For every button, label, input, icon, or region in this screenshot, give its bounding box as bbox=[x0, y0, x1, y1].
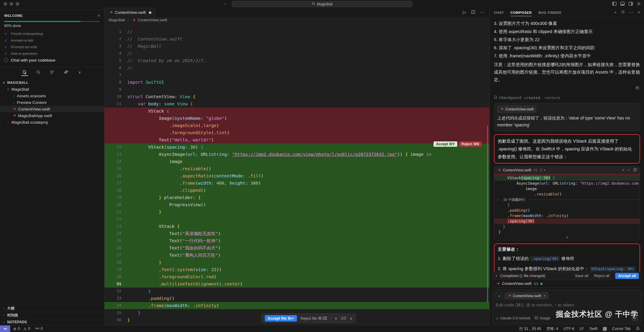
model-selector[interactable]: ∨ claude-3.5-sonnet bbox=[496, 316, 530, 320]
attach-image-button[interactable]: image bbox=[534, 316, 550, 321]
bookmark-icon bbox=[494, 95, 497, 100]
chat-scroll-area[interactable]: 3. 设置图片尺寸为 400x300 像素4. 使用 aspectRatio 和… bbox=[490, 17, 644, 280]
zoom-traffic-light[interactable] bbox=[16, 2, 19, 6]
tab-bug-finder[interactable]: BUG FINDER bbox=[538, 9, 561, 16]
code-card-header: ContentView.swift +1 -2 • × ✓ bbox=[494, 167, 640, 174]
more-options-icon[interactable]: ⋯ bbox=[629, 10, 633, 15]
extensions-icon[interactable] bbox=[63, 70, 69, 76]
check-icon: ✓ bbox=[4, 38, 8, 43]
search-icon[interactable] bbox=[35, 70, 42, 76]
close-traffic-light[interactable] bbox=[4, 2, 7, 6]
files-icon[interactable] bbox=[21, 70, 28, 76]
source-control-icon[interactable] bbox=[49, 70, 56, 76]
new-chat-icon[interactable]: + bbox=[614, 10, 617, 15]
explorer-root-header[interactable]: ∨ MAGICBALL bbox=[0, 79, 104, 86]
line-number: 23 bbox=[104, 223, 127, 230]
close-icon[interactable]: × bbox=[98, 13, 100, 18]
accept-diff-button[interactable]: Accept ⌘Y bbox=[434, 141, 457, 147]
reject-file-button[interactable]: Reject file ⌘⌫ bbox=[301, 316, 327, 321]
command-search-box[interactable]: MagicBall bbox=[232, 1, 413, 7]
chevron-down-icon[interactable]: ∨ bbox=[495, 274, 498, 277]
prev-diff-icon[interactable]: ∧ bbox=[334, 316, 337, 321]
more-actions-icon[interactable]: ⋯ bbox=[480, 10, 485, 15]
changed-file-name: ContentView.swift bbox=[502, 282, 531, 286]
remove-chip-icon[interactable]: × bbox=[544, 294, 546, 298]
reject-all-button[interactable]: Reject all bbox=[594, 274, 609, 278]
tree-item-preview-content[interactable]: ›Preview Content bbox=[0, 99, 104, 106]
remote-indicator[interactable]: >< bbox=[0, 325, 10, 332]
toggle-bottom-panel-icon[interactable] bbox=[620, 2, 625, 6]
welcome-task[interactable]: ✓Finish onboarding bbox=[4, 30, 100, 37]
formatter-icon[interactable] bbox=[603, 327, 607, 331]
broadcast-indicator[interactable]: 0 bbox=[35, 327, 43, 331]
back-arrow-icon[interactable]: ← bbox=[222, 1, 228, 6]
save-all-button[interactable]: Save all bbox=[575, 274, 588, 278]
line-number: 11 bbox=[104, 100, 127, 107]
bell-icon[interactable] bbox=[636, 326, 640, 331]
welcome-task[interactable]: ✓Accept a tab bbox=[4, 37, 100, 44]
open-in-editor-icon[interactable] bbox=[633, 168, 637, 173]
assistant-note: 注意：这里使用的图片链接是哪吒2的海报图片，如果链接失效，您需要替换成其他可用的… bbox=[494, 61, 640, 83]
app-window: ← → MagicBall WELCOME × 80% done ✓Finish… bbox=[0, 0, 644, 332]
welcome-task-label: Chat with your codebase bbox=[11, 58, 56, 62]
close-panel-icon[interactable]: × bbox=[638, 10, 640, 15]
tree-item-magicballapp-swift[interactable]: MagicBallApp.swift bbox=[0, 112, 104, 119]
status-item[interactable]: Swift bbox=[589, 327, 597, 331]
breadcrumb[interactable]: MagicBall › ContentView.swift bbox=[104, 17, 489, 23]
welcome-task-label: Prompt an edit bbox=[11, 45, 37, 49]
expand-code-chevron-icon[interactable]: ∨ bbox=[494, 235, 640, 240]
checkpoint-restore-link[interactable]: restore bbox=[544, 95, 560, 100]
accept-change-icon[interactable]: ✓ bbox=[627, 168, 630, 172]
gear-icon[interactable] bbox=[636, 2, 641, 6]
tree-item-magicball[interactable]: ∨MagicBall bbox=[0, 86, 104, 92]
code-line: .resizable() bbox=[494, 192, 640, 197]
reject-diff-button[interactable]: Reject ⌘N bbox=[459, 141, 482, 147]
changed-file-row[interactable]: ContentView.swift 3/3 bbox=[493, 279, 641, 288]
status-item[interactable]: Cursor Tab bbox=[612, 327, 630, 331]
tree-item-magicball-xcodeproj[interactable]: ›MagicBall.xcodeproj bbox=[0, 119, 104, 125]
section-时间线[interactable]: ›时间线 bbox=[0, 312, 104, 318]
history-icon[interactable] bbox=[621, 10, 625, 15]
tree-item-assets-xcassets[interactable]: ›Assets.xcassets bbox=[0, 92, 104, 99]
tab-contentview-swift[interactable]: ContentView.swift bbox=[104, 8, 156, 17]
progress-label: 80% done bbox=[4, 24, 100, 28]
assistant-list-item: 4. 使用 aspectRatio 和 clipped 来确保图片正确显示 bbox=[494, 28, 640, 36]
welcome-task[interactable]: Chat with your codebase bbox=[4, 57, 100, 63]
tab-composer[interactable]: COMPOSER bbox=[510, 9, 532, 16]
status-item[interactable]: 行 31，列 45 bbox=[519, 326, 541, 331]
context-file-chip[interactable]: ContentView.swift × bbox=[505, 292, 548, 299]
section-notepads[interactable]: ›NOTEPADS bbox=[0, 318, 104, 325]
status-bar: >< ⊘0 ⚠0 0 行 31，列 45空格: 4UTF-8LFSwiftCur… bbox=[0, 325, 644, 332]
problems-indicator[interactable]: ⊘0 ⚠0 bbox=[13, 327, 30, 331]
tab-chat[interactable]: CHAT bbox=[494, 9, 504, 16]
code-line: AsyncImage(url: URL(string: "https://img… bbox=[494, 181, 640, 186]
welcome-task[interactable]: ✓Ask a question bbox=[4, 50, 100, 57]
status-item[interactable]: LF bbox=[579, 327, 584, 331]
minimize-traffic-light[interactable] bbox=[10, 2, 13, 6]
next-diff-icon[interactable]: ∨ bbox=[350, 316, 352, 321]
add-context-button[interactable]: + bbox=[496, 292, 503, 299]
welcome-task[interactable]: ✓Prompt an edit bbox=[4, 44, 100, 50]
tree-item-contentview-swift[interactable]: ContentView.swift bbox=[0, 106, 104, 112]
chevron-down-icon[interactable]: ∨ bbox=[77, 70, 83, 76]
section-大纲[interactable]: ›大纲 bbox=[0, 305, 104, 312]
accept-all-button[interactable]: Accept all bbox=[615, 273, 639, 279]
reject-change-icon[interactable]: × bbox=[622, 168, 624, 172]
toggle-right-panel-icon[interactable] bbox=[628, 2, 633, 6]
status-item[interactable]: 空格: 4 bbox=[546, 326, 558, 331]
status-item[interactable]: UTF-8 bbox=[564, 327, 574, 331]
split-editor-icon[interactable] bbox=[471, 10, 475, 15]
line-number: 34 bbox=[104, 302, 127, 309]
run-button[interactable]: ▷ bbox=[463, 10, 466, 15]
code-line: VStack { bbox=[104, 107, 489, 115]
copy-message-icon[interactable] bbox=[636, 86, 639, 91]
hidden-lines-divider[interactable]: 16 个隐藏的行 bbox=[494, 197, 640, 202]
file-chip[interactable]: ContentView.swift bbox=[497, 106, 536, 113]
breadcrumb-file[interactable]: ContentView.swift bbox=[138, 18, 167, 22]
tree-item-label: ContentView.swift bbox=[18, 107, 50, 111]
swift-file-icon bbox=[500, 107, 504, 112]
accept-file-button[interactable]: Accept file ⌘↵ bbox=[265, 315, 297, 321]
code-editor[interactable]: 1//2// ContentView.swift3// MagicBall4//… bbox=[104, 23, 489, 325]
toggle-left-panel-icon[interactable] bbox=[612, 2, 617, 6]
breadcrumb-folder[interactable]: MagicBall bbox=[109, 18, 125, 22]
